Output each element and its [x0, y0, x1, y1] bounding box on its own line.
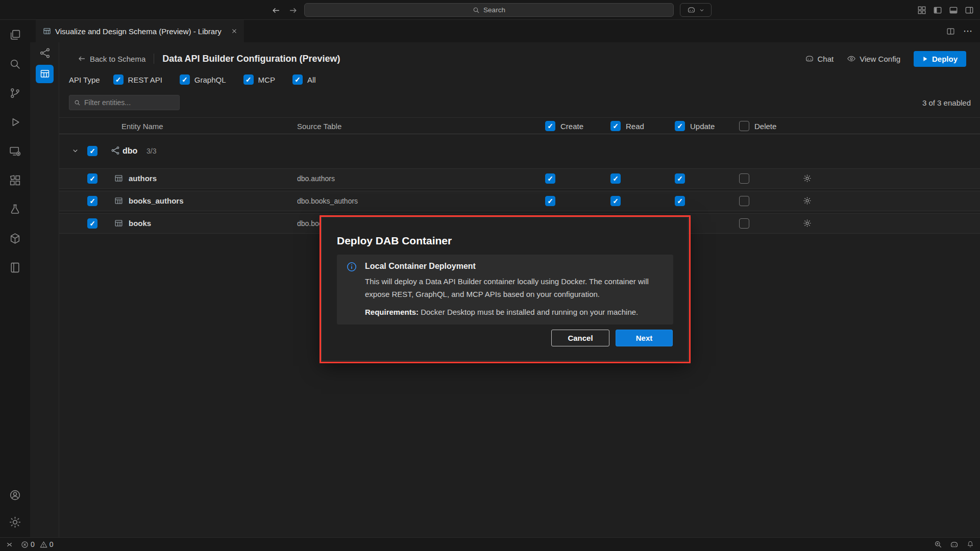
run-debug-icon[interactable]	[8, 115, 22, 129]
search-icon	[473, 7, 480, 14]
play-icon	[922, 56, 928, 62]
schema-visualize-icon[interactable]	[38, 46, 52, 60]
zoom-icon[interactable]	[934, 540, 942, 548]
testing-icon[interactable]	[8, 203, 22, 216]
chat-button[interactable]: Chat	[805, 54, 834, 63]
graphql-label: GraphQL	[194, 76, 226, 84]
source-table: dbo.authors	[297, 168, 335, 189]
info-title: Local Container Deployment	[365, 262, 662, 271]
deploy-button[interactable]: Deploy	[914, 51, 966, 67]
schema-group-row[interactable]: dbo 3/3	[59, 141, 980, 161]
cancel-button[interactable]: Cancel	[551, 330, 609, 346]
activity-bar	[0, 20, 30, 537]
settings-gear-icon[interactable]	[8, 515, 22, 529]
divider	[154, 54, 154, 64]
delete-all-checkbox[interactable]	[739, 121, 749, 131]
search-command-center[interactable]: Search	[304, 3, 674, 17]
copilot-status-icon[interactable]	[950, 540, 959, 549]
rest-api-label: REST API	[128, 76, 162, 84]
filter-entities-input[interactable]: Filter entities...	[69, 95, 180, 110]
tab-bar: Visualize and Design Schema (Preview) - …	[30, 20, 980, 42]
row-checkbox[interactable]	[87, 196, 97, 206]
group-checkbox[interactable]	[87, 146, 97, 156]
source-control-icon[interactable]	[8, 86, 22, 100]
schema-icon	[110, 145, 120, 156]
table-row-books-authors[interactable]: books_authors dbo.books_authors	[59, 191, 980, 211]
entity-name-header: Entity Name	[121, 118, 163, 135]
all-checkbox[interactable]	[292, 74, 303, 85]
read-all-checkbox[interactable]	[610, 121, 621, 131]
history-back-icon[interactable]	[270, 4, 282, 16]
copilot-dropdown-button[interactable]	[680, 3, 712, 17]
requirements-line: Requirements: Docker Desktop must be ins…	[365, 306, 662, 318]
search-sidebar-icon[interactable]	[8, 57, 22, 71]
api-option-graphql[interactable]: GraphQL	[180, 74, 226, 85]
toggle-secondary-sidebar-icon[interactable]	[965, 6, 974, 15]
info-body: This will deploy a Data API Builder cont…	[365, 275, 662, 300]
rest-api-checkbox[interactable]	[113, 74, 124, 85]
back-to-schema-link[interactable]: Back to Schema	[78, 55, 145, 63]
graphql-checkbox[interactable]	[180, 74, 190, 85]
view-config-button[interactable]: View Config	[847, 54, 900, 63]
delete-checkbox[interactable]	[739, 196, 749, 206]
api-option-rest[interactable]: REST API	[113, 74, 162, 85]
dialog-title: Deploy DAB Container	[337, 235, 452, 247]
row-checkbox[interactable]	[87, 173, 97, 184]
dab-config-active-icon[interactable]	[36, 65, 54, 83]
deploy-label: Deploy	[932, 55, 958, 63]
source-table: dbo.books_authors	[297, 191, 358, 211]
errors-icon	[21, 541, 29, 548]
chevron-down-icon	[699, 7, 705, 13]
api-type-row: API Type REST API GraphQL MCP All	[69, 73, 316, 86]
create-checkbox[interactable]	[545, 173, 555, 184]
eye-icon	[847, 54, 856, 63]
update-checkbox[interactable]	[675, 196, 685, 206]
row-checkbox[interactable]	[87, 218, 97, 229]
api-option-mcp[interactable]: MCP	[243, 74, 275, 85]
page-header: Back to Schema Data API Builder Configur…	[59, 48, 980, 69]
schema-designer-tab-icon	[43, 27, 51, 35]
update-checkbox[interactable]	[675, 173, 685, 184]
tab-close-icon[interactable]	[231, 28, 238, 35]
errors-count: 0	[31, 540, 35, 548]
filter-placeholder: Filter entities...	[84, 98, 131, 107]
api-option-all[interactable]: All	[292, 74, 316, 85]
split-editor-icon[interactable]	[946, 27, 955, 36]
row-settings-gear-icon[interactable]	[803, 174, 812, 183]
notebook-icon[interactable]	[8, 261, 22, 274]
history-forward-icon[interactable]	[287, 4, 299, 16]
customize-layout-icon[interactable]	[917, 6, 926, 15]
create-checkbox[interactable]	[545, 196, 555, 206]
titlebar: Search	[0, 0, 980, 20]
toggle-panel-icon[interactable]	[949, 6, 958, 15]
all-label: All	[307, 76, 316, 84]
read-checkbox[interactable]	[610, 173, 621, 184]
row-settings-gear-icon[interactable]	[803, 219, 812, 228]
source-table-header: Source Table	[297, 118, 341, 135]
tab-visualize-schema[interactable]: Visualize and Design Schema (Preview) - …	[36, 20, 244, 42]
row-settings-gear-icon[interactable]	[803, 196, 812, 205]
extensions-icon[interactable]	[8, 173, 22, 187]
next-button[interactable]: Next	[616, 330, 673, 346]
table-row-authors[interactable]: authors dbo.authors	[59, 168, 980, 189]
read-checkbox[interactable]	[610, 196, 621, 206]
remote-explorer-icon[interactable]	[8, 144, 22, 158]
table-icon	[114, 174, 123, 183]
package-icon[interactable]	[8, 232, 22, 245]
problems-indicator[interactable]: 0 0	[21, 540, 54, 548]
create-all-checkbox[interactable]	[545, 121, 555, 131]
remote-indicator-icon[interactable]	[6, 541, 13, 548]
account-icon[interactable]	[8, 488, 22, 502]
delete-checkbox[interactable]	[739, 173, 749, 184]
delete-checkbox[interactable]	[739, 218, 749, 229]
toggle-primary-sidebar-icon[interactable]	[933, 6, 942, 15]
schema-group-count: 3/3	[146, 141, 156, 161]
explorer-icon[interactable]	[8, 28, 22, 42]
chevron-down-icon[interactable]	[71, 147, 79, 155]
update-all-checkbox[interactable]	[675, 121, 685, 131]
enabled-summary: 3 of 3 enabled	[922, 98, 971, 107]
notifications-bell-icon[interactable]	[966, 540, 974, 548]
chat-label: Chat	[818, 55, 834, 63]
mcp-checkbox[interactable]	[243, 74, 254, 85]
editor-more-actions-icon[interactable]: ⋯	[963, 26, 973, 37]
